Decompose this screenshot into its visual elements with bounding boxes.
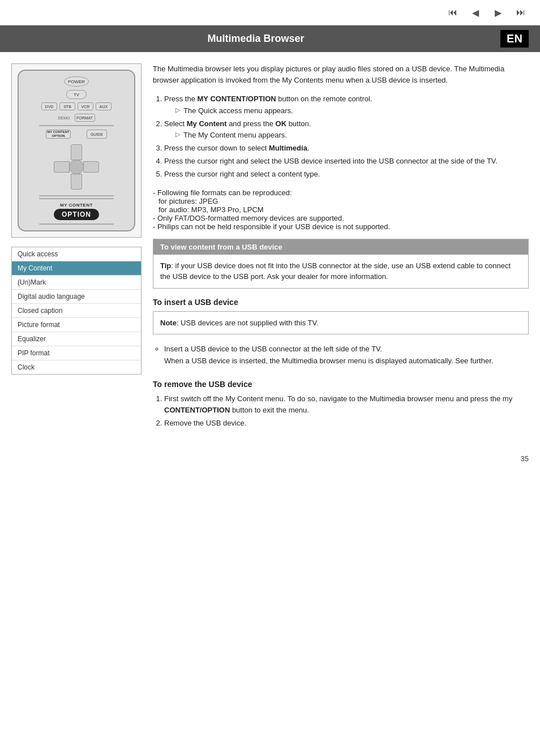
menu-item-unmark[interactable]: (Un)Mark [12, 276, 141, 290]
dpad-center [69, 160, 84, 174]
usb-view-section: To view content from a USB device Tip: i… [153, 239, 529, 289]
format-line-2: for pictures: JPEG [158, 197, 529, 205]
usb-view-title: To view content from a USB device [153, 239, 528, 255]
usb-remove-step-1: First switch off the My Content menu. To… [164, 393, 529, 417]
note-text: : USB devices are not supplied with this… [177, 319, 319, 327]
page-header: Multimedia Browser EN [0, 25, 540, 52]
remote-demo-format-row: DEMO FORMAT [58, 114, 95, 122]
arrow-icon-1: ▷ [175, 105, 180, 115]
usb-remove-steps: First switch off the My Content menu. To… [164, 393, 529, 429]
step-2: Select My Content and press the OK butto… [164, 118, 529, 142]
step-2-bold: My Content [187, 119, 227, 128]
remote-vcr-button: VCR [78, 102, 93, 110]
remote-option-label: OPTION [54, 209, 99, 220]
step-4: Press the cursor right and select the US… [164, 156, 529, 167]
lang-badge: EN [500, 30, 529, 48]
arrow-icon-2: ▷ [175, 130, 180, 140]
step-5: Press the cursor right and select a cont… [164, 169, 529, 181]
next-icon[interactable]: ▶ [490, 5, 506, 20]
usb-insert-note-box: Note: USB devices are not supplied with … [153, 311, 529, 335]
remote-aux-button: AUX [96, 102, 112, 110]
step-1-sub-text: The Quick access menu appears. [183, 105, 293, 117]
steps-list: Press the MY CONTENT/OPTION button on th… [164, 93, 529, 181]
next-track-icon[interactable]: ⏭ [513, 5, 529, 20]
menu-item-pip-format[interactable]: PIP format [12, 346, 141, 360]
menu-item-digital-audio[interactable]: Digital audio language [12, 290, 141, 304]
usb-insert-title: To insert a USB device [153, 298, 529, 307]
format-line-3: for audio: MP3, MP3 Pro, LPCM [158, 205, 529, 214]
prev-track-icon[interactable]: ⏮ [445, 5, 461, 20]
usb-view-content: Tip: if your USB device does not fit int… [153, 255, 528, 288]
format-line-4: - Only FAT/DOS-formatted memory devices … [153, 214, 529, 222]
usb-remove-title: To remove the USB device [153, 380, 529, 389]
remote-format-button: FORMAT [75, 114, 95, 122]
dpad-left [54, 161, 70, 173]
step-2-bold2: OK [276, 119, 287, 128]
format-info: - Following file formats can be reproduc… [153, 188, 529, 231]
remote-tv-button: TV [66, 90, 87, 99]
step-2-sub-text: The My Content menu appears. [183, 130, 287, 141]
menu-item-picture-format[interactable]: Picture format [12, 318, 141, 332]
note-label: Note [160, 319, 177, 327]
usb-insert-bullet-1: Insert a USB device to the USB connector… [164, 343, 529, 367]
remote-bottom-labels: MY CONTENT OPTION [54, 203, 99, 220]
remote-demo-label: DEMO [58, 116, 70, 120]
tip-label: Tip [160, 261, 171, 270]
dpad-down [71, 174, 82, 190]
step-3: Press the cursor down to select Multimed… [164, 143, 529, 154]
step-1: Press the MY CONTENT/OPTION button on th… [164, 93, 529, 117]
remote-stb-button: STB [59, 102, 75, 110]
menu-item-quick-access: Quick access [12, 247, 141, 261]
remote-divider [39, 125, 114, 126]
remote-mycontent-row: MY CONTENTOPTION GUIDE [46, 130, 107, 139]
usb-remove-section: To remove the USB device First switch of… [153, 380, 529, 429]
menu-item-clock[interactable]: Clock [12, 360, 141, 374]
page-title: Multimedia Browser [11, 33, 500, 45]
page-number: 35 [0, 449, 540, 469]
menu-item-equalizer[interactable]: Equalizer [12, 332, 141, 346]
menu-item-my-content[interactable]: My Content [12, 261, 141, 276]
menu-item-closed-caption[interactable]: Closed caption [12, 304, 141, 318]
usb-insert-note: Note: USB devices are not supplied with … [153, 312, 528, 334]
step-2-sub: ▷ The My Content menu appears. [175, 130, 529, 141]
usb-remove-step-2: Remove the USB device. [164, 418, 529, 429]
left-column: POWER TV DVD STB VCR AUX DEMO FORMAT [11, 63, 142, 437]
remote-power-button: POWER [64, 76, 89, 87]
remote-mycontent-label: MY CONTENT [60, 203, 93, 208]
remote-dvd-button: DVD [41, 102, 57, 110]
remote-source-row: DVD STB VCR AUX [41, 102, 112, 110]
remote-mycontent-button: MY CONTENTOPTION [46, 130, 71, 139]
step-1-bold: MY CONTENT/OPTION [198, 94, 276, 103]
step-1-sub: ▷ The Quick access menu appears. [175, 105, 529, 117]
remote-divider2 [39, 195, 114, 199]
intro-paragraph: The Multimedia browser lets you display … [153, 63, 529, 85]
quick-access-menu: Quick access My Content (Un)Mark Digital… [11, 247, 142, 375]
remote-control: POWER TV DVD STB VCR AUX DEMO FORMAT [18, 70, 135, 231]
usb-insert-section: To insert a USB device Note: USB devices… [153, 298, 529, 367]
step-3-bold: Multimedia [269, 144, 307, 152]
tip-text: : if your USB device does not fit into t… [160, 261, 511, 281]
remote-illustration: POWER TV DVD STB VCR AUX DEMO FORMAT [11, 63, 142, 238]
usb-insert-bullets: Insert a USB device to the USB connector… [164, 343, 529, 367]
main-layout: POWER TV DVD STB VCR AUX DEMO FORMAT [0, 52, 540, 449]
format-line-1: - Following file formats can be reproduc… [153, 188, 529, 197]
dpad-right [83, 161, 99, 173]
remote-dpad [54, 144, 99, 190]
remote-divider3 [39, 224, 114, 225]
nav-icons: ⏮ ◀ ▶ ⏭ [445, 5, 529, 20]
prev-icon[interactable]: ◀ [468, 5, 483, 20]
dpad-up [71, 144, 82, 160]
right-column: The Multimedia browser lets you display … [153, 63, 529, 437]
top-nav: ⏮ ◀ ▶ ⏭ [0, 0, 540, 25]
remote-guide-button: GUIDE [87, 130, 107, 139]
format-line-5: - Philips can not be held responsible if… [153, 222, 529, 231]
usb-remove-bold: CONTENT/OPTION [164, 406, 230, 414]
